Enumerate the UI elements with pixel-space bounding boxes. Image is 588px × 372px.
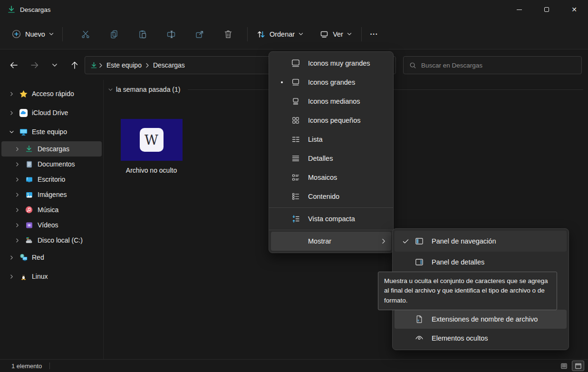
chevron-down-icon [299, 32, 303, 36]
list-icon [289, 135, 302, 144]
new-button[interactable]: Nuevo [7, 25, 58, 43]
sidebar-item-quick-access[interactable]: Acceso rápido [1, 84, 102, 103]
toolbar-separator [62, 27, 63, 41]
linux-icon [19, 272, 28, 281]
sidebar-item-label: Documentos [38, 160, 75, 168]
large-icons-view-icon [575, 362, 582, 370]
menu-item-content[interactable]: Contenido [271, 187, 391, 206]
chevron-right-icon [99, 63, 103, 68]
chevron-down-icon[interactable] [7, 130, 16, 134]
up-button[interactable] [66, 57, 84, 74]
menu-separator [269, 230, 393, 230]
sidebar-item-documents[interactable]: Documentos [1, 157, 102, 172]
maximize-icon [544, 7, 549, 12]
submenu-item-file-extensions[interactable]: Extensiones de nombre de archivo [395, 310, 567, 329]
chevron-down-icon [49, 32, 54, 36]
paste-button[interactable] [132, 25, 153, 43]
sidebar-item-icloud-drive[interactable]: iCloud Drive [1, 103, 102, 122]
minimize-button[interactable] [505, 0, 533, 19]
chevron-right-icon[interactable] [13, 207, 21, 213]
sidebar-item-videos[interactable]: Vídeos [1, 217, 102, 233]
sidebar-item-linux[interactable]: Linux [1, 267, 102, 286]
maximize-button[interactable] [533, 0, 560, 19]
chevron-right-icon[interactable] [13, 177, 21, 182]
music-icon [24, 205, 34, 215]
chevron-right-icon[interactable] [13, 223, 21, 228]
breadcrumb-this-pc[interactable]: Este equipo [104, 60, 145, 70]
chevron-right-icon[interactable] [7, 91, 16, 97]
menu-item-compact-view[interactable]: Vista compacta [271, 209, 391, 228]
search-input[interactable] [421, 62, 576, 69]
pictures-icon [24, 190, 34, 199]
submenu-item-details-pane[interactable]: Panel de detalles [395, 252, 567, 273]
chevron-right-icon[interactable] [7, 110, 16, 116]
chevron-right-icon[interactable] [13, 162, 21, 167]
file-item[interactable]: W Archivo no oculto [110, 119, 193, 174]
back-button[interactable] [5, 57, 23, 74]
navigation-pane: Acceso rápido iCloud Drive Este equipo D… [0, 80, 104, 359]
rename-button[interactable] [161, 25, 182, 43]
chevron-right-icon[interactable] [7, 274, 16, 279]
local-disk-icon [24, 235, 34, 245]
network-icon [19, 253, 28, 262]
sort-icon [256, 29, 266, 39]
cut-icon [80, 29, 91, 39]
tooltip-text: Muestra u oculta el conjunto de caracter… [384, 277, 548, 304]
large-icons-view-toggle[interactable] [572, 361, 584, 371]
copy-button[interactable] [104, 25, 125, 43]
sidebar-item-this-pc[interactable]: Este equipo [1, 122, 102, 141]
sidebar-item-local-disk-c[interactable]: Disco local (C:) [1, 233, 102, 248]
menu-item-details[interactable]: Detalles [271, 149, 391, 168]
menu-item-show[interactable]: Mostrar [271, 232, 391, 251]
chevron-right-icon[interactable] [13, 147, 21, 152]
close-button[interactable]: ✕ [560, 0, 588, 19]
window-title: Descargas [20, 6, 51, 13]
minimize-icon [517, 10, 522, 10]
toolbar-separator [361, 27, 362, 41]
sidebar-item-desktop[interactable]: Escritorio [1, 172, 102, 187]
sidebar-item-label: Linux [32, 273, 48, 280]
forward-button[interactable] [26, 57, 44, 74]
menu-item-small-icons[interactable]: Iconos pequeños [271, 111, 391, 130]
sort-button[interactable]: Ordenar [251, 25, 308, 43]
arrow-right-icon [30, 60, 39, 70]
group-header-label: la semana pasada (1) [116, 86, 180, 93]
chevron-right-icon [145, 63, 149, 68]
breadcrumb-current[interactable]: Descargas [150, 60, 188, 70]
menu-item-tiles[interactable]: Mosaicos [271, 168, 391, 187]
delete-icon [223, 29, 233, 39]
sidebar-item-pictures[interactable]: Imágenes [1, 187, 102, 202]
downloads-icon [90, 61, 98, 69]
delete-button[interactable] [218, 25, 239, 43]
large-icons-icon [289, 78, 302, 87]
menu-item-large-icons[interactable]: Iconos grandes [271, 73, 391, 92]
submenu-item-navigation-pane[interactable]: Panel de navegación [395, 231, 567, 252]
menu-item-extra-large-icons[interactable]: Iconos muy grandes [271, 54, 391, 73]
menu-item-medium-icons[interactable]: Iconos medianos [271, 92, 391, 111]
sidebar-item-label: Vídeos [38, 221, 58, 229]
details-view-toggle[interactable] [558, 361, 570, 371]
menu-item-list[interactable]: Lista [271, 130, 391, 149]
desktop-icon [24, 175, 34, 184]
share-button[interactable] [189, 25, 210, 43]
chevron-right-icon [382, 238, 386, 244]
sidebar-item-music[interactable]: Música [1, 202, 102, 217]
star-icon [19, 89, 28, 98]
sidebar-item-label: Este equipo [32, 128, 67, 136]
see-more-button[interactable]: ••• [366, 25, 383, 43]
chevron-right-icon[interactable] [13, 192, 21, 197]
cut-button[interactable] [75, 25, 96, 43]
more-icon: ••• [370, 32, 378, 37]
sidebar-item-network[interactable]: Red [1, 248, 102, 267]
chevron-right-icon[interactable] [13, 238, 21, 243]
downloads-icon [7, 5, 16, 14]
chevron-down-icon[interactable] [108, 88, 113, 91]
chevron-down-icon [52, 63, 58, 67]
recent-locations-button[interactable] [46, 57, 64, 74]
submenu-item-hidden-items[interactable]: Elementos ocultos [395, 329, 567, 348]
file-explorer-window: Descargas ✕ Nuevo [0, 0, 588, 372]
view-button[interactable]: Ver [315, 25, 357, 43]
tiles-icon [289, 173, 302, 182]
sidebar-item-downloads[interactable]: Descargas [1, 141, 102, 157]
chevron-right-icon[interactable] [7, 255, 16, 260]
